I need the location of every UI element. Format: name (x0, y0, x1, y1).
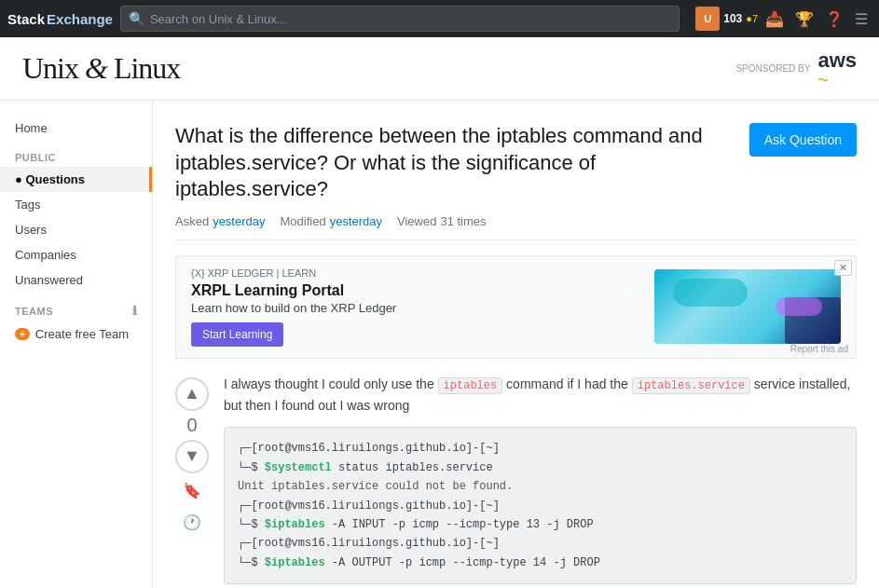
ad-logo-text: {X} XRP LEDGER | LEARN (191, 267, 316, 279)
ad-report-link[interactable]: Report this ad (790, 344, 848, 354)
search-bar[interactable]: 🔍 (120, 6, 680, 32)
help-icon[interactable]: ❓ (821, 7, 847, 32)
code-line-4: ┌─[root@vms16.liruilongs.github.io]-[~] (238, 497, 843, 515)
site-title: Unix & Linux (22, 51, 180, 86)
sidebar-users-label: Users (15, 223, 47, 237)
history-icon[interactable]: 🕐 (178, 509, 206, 537)
code-line-7: └─$ $iptables -A OUTPUT -p icmp --icmp-t… (238, 554, 843, 572)
code-line-6: ┌─[root@vms16.liruilongs.github.io]-[~] (238, 534, 843, 553)
code-iptables-service: iptables.service (632, 377, 750, 394)
search-icon: 🔍 (129, 11, 144, 26)
logo-stack: Stack (7, 11, 45, 27)
sidebar-unanswered-label: Unanswered (15, 273, 83, 287)
ad-visual (654, 269, 841, 344)
sidebar-section-public: PUBLIC (0, 141, 152, 167)
logo-exchange: Exchange (47, 11, 113, 27)
ad-close-btn[interactable]: ✕ (834, 260, 852, 276)
answer-text-middle: command if I had the (502, 376, 632, 391)
achievements-icon[interactable]: 🏆 (791, 7, 817, 32)
ad-title: Learn how to build on the XRP Ledger (191, 301, 643, 315)
main-layout: Home PUBLIC ● Questions Tags Users Compa… (0, 101, 879, 588)
question-container: What is the difference between the iptab… (153, 101, 879, 359)
sidebar-companies-label: Companies (15, 248, 76, 262)
answer-text-before: I always thought I could only use the (224, 376, 438, 391)
sidebar-item-home[interactable]: Home (0, 116, 152, 141)
reputation: 103 (723, 12, 742, 25)
bookmark-icon[interactable]: 🔖 (178, 477, 206, 505)
teams-info-icon[interactable]: ℹ (132, 304, 138, 318)
aws-text: aws (817, 48, 857, 73)
asked-label: Asked (175, 214, 209, 228)
ad-portal-name: XRPL Learning Portal (191, 282, 643, 299)
search-input[interactable] (150, 12, 671, 26)
sidebar-questions-label: ● Questions (15, 172, 85, 186)
vote-column: ▲ 0 ▼ 🔖 🕐 (175, 374, 224, 584)
site-title-linux: Linux (114, 51, 180, 85)
vote-down-button[interactable]: ▼ (175, 440, 209, 473)
sidebar-item-create-team[interactable]: + Create free Team (0, 321, 152, 347)
question-title: What is the difference between the iptab… (175, 123, 735, 203)
answer-paragraph-1: I always thought I could only use the ip… (224, 374, 857, 417)
sidebar-home-label: Home (15, 121, 48, 135)
question-text: I always thought I could only use the ip… (224, 374, 857, 584)
avatar-letter: U (704, 13, 711, 24)
vote-up-button[interactable]: ▲ (175, 377, 209, 411)
code-line-1: ┌─[root@vms16.liruilongs.github.io]-[~] (238, 439, 843, 458)
modified-value[interactable]: yesterday (330, 214, 382, 228)
sidebar-item-users[interactable]: Users (0, 217, 152, 242)
code-line-5: └─$ $iptables -A INPUT -p icmp --icmp-ty… (238, 515, 843, 534)
ask-question-button[interactable]: Ask Question (749, 123, 857, 157)
sidebar-item-tags[interactable]: Tags (0, 192, 152, 217)
site-logo[interactable]: StackExchange (7, 11, 113, 27)
meta-viewed: Viewed 31 times (397, 214, 487, 228)
content: What is the difference between the iptab… (153, 101, 879, 588)
sidebar-item-questions[interactable]: ● Questions (0, 167, 152, 192)
hamburger-icon[interactable]: ☰ (851, 7, 872, 32)
ad-cta-button[interactable]: Start Learning (191, 322, 283, 347)
navbar: StackExchange 🔍 U 103 ●7 📥 🏆 ❓ ☰ (0, 0, 879, 37)
code-block: ┌─[root@vms16.liruilongs.github.io]-[~] … (224, 427, 857, 584)
ad-banner: {X} XRP LEDGER | LEARN XRPL Learning Por… (175, 255, 857, 359)
ad-logo: {X} XRP LEDGER | LEARN (191, 267, 643, 279)
code-iptables: iptables (438, 377, 503, 394)
sidebar-section-teams: TEAMS ℹ (0, 293, 152, 321)
sidebar-item-unanswered[interactable]: Unanswered (0, 267, 152, 293)
create-team-badge: + (15, 328, 30, 340)
site-title-amp: & (78, 51, 114, 85)
avatar[interactable]: U (695, 7, 720, 31)
navbar-right: U 103 ●7 📥 🏆 ❓ ☰ (695, 7, 872, 32)
vote-count: 0 (186, 415, 197, 436)
sidebar: Home PUBLIC ● Questions Tags Users Compa… (0, 101, 153, 588)
inbox-icon[interactable]: 📥 (762, 7, 788, 32)
viewed-value: 31 times (440, 214, 486, 228)
asked-value[interactable]: yesterday (213, 214, 265, 228)
meta-asked: Asked yesterday (175, 214, 266, 228)
badge-gold: ●7 (746, 13, 758, 24)
meta-modified: Modified yesterday (281, 214, 383, 228)
create-team-label: Create free Team (35, 327, 129, 341)
modified-label: Modified (281, 214, 326, 228)
sponsor-area: SPONSORED BY aws 〜 (735, 48, 857, 89)
code-line-2: └─$ $systemctl status iptables.service (238, 458, 843, 477)
sidebar-item-companies[interactable]: Companies (0, 242, 152, 267)
teams-label: TEAMS (15, 306, 53, 317)
question-body-area: ▲ 0 ▼ 🔖 🕐 I always thought I could only … (153, 374, 879, 584)
sidebar-tags-label: Tags (15, 198, 40, 212)
code-line-3: Unit iptables.service could not be found… (238, 477, 843, 496)
question-header: What is the difference between the iptab… (175, 123, 857, 203)
site-header: Unix & Linux SPONSORED BY aws 〜 (0, 37, 879, 101)
aws-smile: 〜 (817, 73, 857, 89)
site-title-unix: Unix (22, 51, 78, 85)
sponsored-by-label: SPONSORED BY (735, 63, 810, 74)
aws-logo: aws 〜 (817, 48, 857, 89)
question-meta: Asked yesterday Modified yesterday Viewe… (175, 214, 857, 240)
viewed-label: Viewed (397, 214, 436, 228)
ad-content: {X} XRP LEDGER | LEARN XRPL Learning Por… (191, 267, 643, 347)
